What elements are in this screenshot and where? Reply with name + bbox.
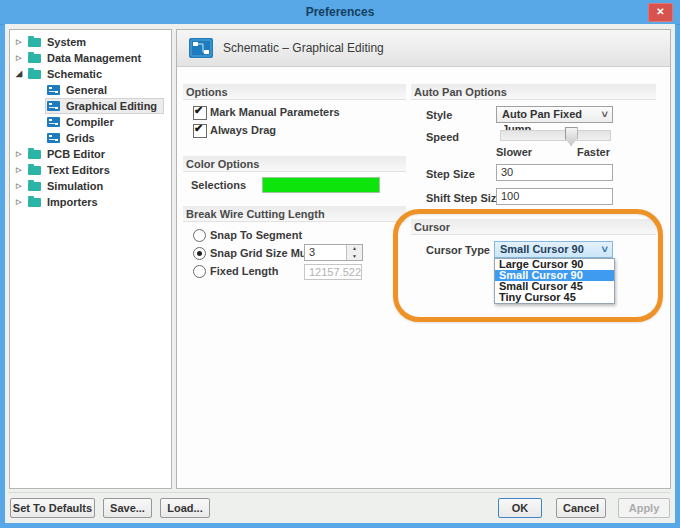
selections-label: Selections [191, 177, 246, 193]
load-button[interactable]: Load... [160, 498, 210, 518]
apply-button[interactable]: Apply [618, 498, 670, 518]
expand-arrow-icon[interactable]: ▷ [16, 162, 27, 178]
cursor-section-header: Cursor [411, 219, 656, 235]
break-wire-section-header: Break Wire Cutting Length [183, 206, 406, 222]
sidebar-item-label: Grids [66, 132, 95, 144]
fixed-length-radio[interactable] [193, 265, 206, 278]
page-title: Schematic – Graphical Editing [223, 30, 384, 66]
sidebar-item-text-editors[interactable]: ▷ Text Editors [10, 162, 171, 178]
save-button[interactable]: Save... [103, 498, 152, 518]
sidebar-item-schematic[interactable]: ◢ Schematic [10, 66, 171, 82]
speed-slider[interactable] [500, 130, 611, 141]
snap-to-segment-radio[interactable] [193, 229, 206, 242]
shift-step-size-input[interactable]: 100 [496, 188, 613, 205]
chevron-down-icon: ˅ [602, 242, 608, 257]
options-section-header: Options [183, 84, 406, 100]
sidebar-item-grids[interactable]: Grids [10, 130, 171, 146]
footer-divider [8, 492, 670, 493]
step-size-input[interactable]: 30 [496, 164, 613, 181]
sidebar-item-simulation[interactable]: ▷ Simulation [10, 178, 171, 194]
expand-arrow-icon[interactable]: ▷ [16, 146, 27, 162]
sidebar-item-label: System [47, 36, 86, 48]
fixed-length-input[interactable]: 12157.522 [304, 264, 362, 280]
expand-arrow-icon[interactable]: ▷ [16, 194, 27, 210]
sidebar-item-label: Data Management [47, 52, 141, 64]
category-tree-panel: ▷ System ▷ Data Management ◢ Schematic G… [9, 29, 172, 489]
folder-icon [28, 182, 41, 191]
expand-arrow-icon[interactable]: ▷ [16, 34, 27, 50]
collapse-arrow-icon[interactable]: ◢ [16, 66, 27, 82]
schematic-page-icon [47, 117, 60, 127]
check-icon: ✔ [194, 122, 203, 135]
shift-step-size-label: Shift Step Size [426, 190, 502, 206]
folder-icon [28, 38, 41, 47]
sidebar-item-general[interactable]: General [10, 82, 171, 98]
sidebar-item-label: General [66, 84, 107, 96]
auto-pan-style-select[interactable]: Auto Pan Fixed Jump ˅ [496, 106, 613, 123]
selections-color-swatch[interactable] [262, 177, 380, 193]
folder-icon [28, 70, 41, 79]
snap-grid-size-multiple-radio[interactable] [193, 247, 206, 260]
spin-down-icon[interactable]: ▼ [347, 253, 362, 261]
settings-panel: Schematic – Graphical Editing Options ✔ … [176, 29, 671, 489]
auto-pan-section-header: Auto Pan Options [411, 84, 656, 100]
schematic-page-icon [47, 85, 60, 95]
mark-manual-parameters-label[interactable]: Mark Manual Parameters [210, 104, 340, 120]
preferences-dialog: Preferences ✕ ▷ System ▷ Data Management… [0, 0, 680, 528]
close-icon: ✕ [656, 6, 664, 17]
sidebar-item-graphical-editing[interactable]: Graphical Editing [10, 98, 171, 114]
cursor-type-dropdown: Large Cursor 90 Small Cursor 90 Small Cu… [494, 258, 615, 304]
folder-icon [28, 150, 41, 159]
window-title: Preferences [0, 0, 680, 24]
sidebar-item-pcb-editor[interactable]: ▷ PCB Editor [10, 146, 171, 162]
cursor-type-select[interactable]: Small Cursor 90 ˅ [494, 241, 613, 258]
folder-icon [28, 198, 41, 207]
speed-label: Speed [426, 129, 459, 145]
cursor-type-value: Small Cursor 90 [500, 243, 584, 255]
step-size-label: Step Size [426, 166, 475, 182]
spinner-buttons: ▲ ▼ [346, 245, 362, 260]
sidebar-item-compiler[interactable]: Compiler [10, 114, 171, 130]
fixed-length-label[interactable]: Fixed Length [210, 263, 278, 279]
mark-manual-parameters-checkbox[interactable]: ✔ [193, 106, 207, 120]
dropdown-option-tiny-cursor-45[interactable]: Tiny Cursor 45 [495, 292, 614, 303]
slower-label: Slower [496, 144, 532, 160]
color-options-section-header: Color Options [183, 156, 406, 172]
dialog-content: ▷ System ▷ Data Management ◢ Schematic G… [5, 24, 675, 523]
style-label: Style [426, 107, 452, 123]
sidebar-item-label: Importers [47, 196, 98, 208]
grid-multiple-value: 3 [309, 246, 315, 258]
folder-icon [28, 54, 41, 63]
sidebar-item-system[interactable]: ▷ System [10, 34, 171, 50]
sidebar-item-label: PCB Editor [47, 148, 105, 160]
schematic-page-icon [47, 101, 60, 111]
expand-arrow-icon[interactable]: ▷ [16, 50, 27, 66]
page-header: Schematic – Graphical Editing [177, 30, 670, 67]
schematic-icon [189, 38, 213, 62]
spin-up-icon[interactable]: ▲ [347, 245, 362, 253]
sidebar-item-importers[interactable]: ▷ Importers [10, 194, 171, 210]
sidebar-item-label: Simulation [47, 180, 103, 192]
sidebar-item-label: Schematic [47, 68, 102, 80]
faster-label: Faster [557, 144, 610, 160]
always-drag-label[interactable]: Always Drag [210, 122, 276, 138]
close-button[interactable]: ✕ [648, 3, 673, 22]
ok-button[interactable]: OK [498, 498, 542, 518]
set-to-defaults-button[interactable]: Set To Defaults [10, 498, 95, 518]
snap-to-segment-label[interactable]: Snap To Segment [210, 227, 302, 243]
grid-multiple-spinner[interactable]: 3 ▲ ▼ [304, 244, 363, 261]
chevron-down-icon: ˅ [602, 107, 608, 122]
cancel-button[interactable]: Cancel [556, 498, 606, 518]
category-tree: ▷ System ▷ Data Management ◢ Schematic G… [10, 34, 171, 210]
check-icon: ✔ [194, 104, 203, 117]
title-bar[interactable]: Preferences ✕ [0, 0, 680, 25]
schematic-page-icon [47, 133, 60, 143]
cursor-type-label: Cursor Type [426, 242, 490, 258]
sidebar-item-label: Compiler [66, 116, 114, 128]
folder-icon [28, 166, 41, 175]
sidebar-item-data-management[interactable]: ▷ Data Management [10, 50, 171, 66]
always-drag-checkbox[interactable]: ✔ [193, 124, 207, 138]
sidebar-item-label: Graphical Editing [66, 100, 157, 112]
sidebar-item-label: Text Editors [47, 164, 110, 176]
expand-arrow-icon[interactable]: ▷ [16, 178, 27, 194]
